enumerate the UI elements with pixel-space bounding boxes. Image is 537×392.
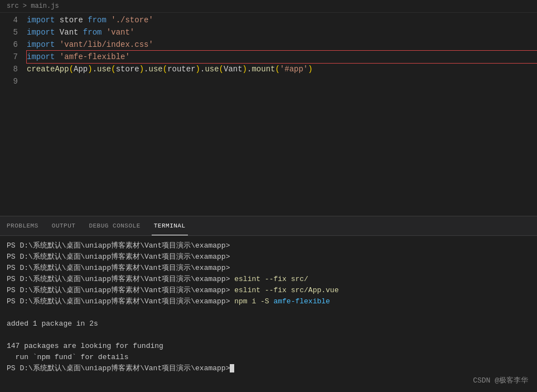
- dot: .: [144, 63, 148, 75]
- paren: (: [275, 63, 279, 75]
- paren: (: [219, 63, 224, 75]
- panel-tabs: PROBLEMS OUTPUT DEBUG CONSOLE TERMINAL: [0, 216, 537, 236]
- code-line-5: import Vant from 'vant': [27, 26, 537, 38]
- paren: ): [308, 63, 312, 75]
- string: 'vant': [107, 26, 134, 38]
- paren: (: [163, 63, 167, 75]
- paren: ): [139, 63, 144, 75]
- function: use: [97, 63, 111, 75]
- function: mount: [251, 63, 275, 75]
- terminal-line: PS D:\系统默认\桌面\uniapp博客素材\Vant项目演示\examap…: [7, 240, 530, 251]
- code-area: 4 5 6 7 8 9 import store from './store' …: [0, 13, 537, 216]
- paren: ): [243, 63, 247, 75]
- plain: [55, 51, 59, 63]
- function: use: [205, 63, 219, 75]
- line-number: 8: [0, 63, 18, 75]
- code-line-7: import 'amfe-flexible': [27, 51, 537, 63]
- string: 'vant/lib/index.css': [60, 38, 153, 51]
- plain: Vant: [224, 63, 243, 75]
- terminal-line: added 1 package in 2s: [7, 318, 530, 330]
- code-line-6: import 'vant/lib/index.css': [27, 38, 537, 51]
- code-line-8: createApp(App).use(store).use(router).us…: [27, 63, 537, 75]
- terminal[interactable]: PS D:\系统默认\桌面\uniapp博客素材\Vant项目演示\examap…: [0, 236, 537, 392]
- line-number: 6: [0, 38, 18, 51]
- code-content[interactable]: import store from './store' import Vant …: [22, 13, 537, 216]
- terminal-line: PS D:\系统默认\桌面\uniapp博客素材\Vant项目演示\examap…: [7, 263, 530, 274]
- code-line-9: [27, 75, 537, 88]
- keyword-from: from: [88, 14, 107, 26]
- dot: .: [247, 63, 251, 75]
- paren: ): [88, 63, 92, 75]
- keyword: import: [27, 38, 55, 51]
- function: use: [149, 63, 163, 75]
- terminal-line: PS D:\系统默认\桌面\uniapp博客素材\Vant项目演示\examap…: [7, 251, 530, 263]
- terminal-line: run `npm fund` for details: [7, 352, 530, 363]
- tab-output[interactable]: OUTPUT: [50, 216, 78, 235]
- terminal-line: [7, 330, 530, 341]
- paren: (: [69, 63, 74, 75]
- code-line-4: import store from './store': [27, 14, 537, 26]
- tab-terminal[interactable]: TERMINAL: [152, 216, 188, 235]
- breadcrumb: src > main.js: [0, 0, 537, 13]
- terminal-line: PS D:\系统默认\桌面\uniapp博客素材\Vant项目演示\examap…: [7, 285, 530, 296]
- terminal-line: PS D:\系统默认\桌面\uniapp博客素材\Vant项目演示\examap…: [7, 296, 530, 307]
- string: 'amfe-flexible': [60, 51, 130, 63]
- function: createApp: [27, 63, 69, 75]
- terminal-line: 147 packages are looking for funding: [7, 341, 530, 352]
- paren: (: [111, 63, 115, 75]
- tab-debug-console[interactable]: DEBUG CONSOLE: [86, 216, 142, 235]
- plain: [107, 14, 111, 26]
- line-number: 7: [0, 51, 18, 63]
- keyword: import: [27, 26, 55, 38]
- watermark: CSDN @极客李华: [473, 375, 528, 385]
- dot: .: [93, 63, 97, 75]
- keyword: import: [27, 14, 55, 26]
- plain: store: [116, 63, 139, 75]
- tab-problems[interactable]: PROBLEMS: [4, 216, 41, 235]
- terminal-prompt-line: PS D:\系统默认\桌面\uniapp博客素材\Vant项目演示\examap…: [7, 363, 530, 374]
- terminal-line: [7, 307, 530, 318]
- keyword: import: [27, 51, 55, 63]
- plain: App: [74, 63, 88, 75]
- plain: [101, 26, 106, 38]
- plain: store: [55, 14, 88, 26]
- line-number: 9: [0, 75, 18, 88]
- dot: .: [200, 63, 205, 75]
- plain: [55, 38, 59, 51]
- line-number: 4: [0, 14, 18, 26]
- plain: Vant: [55, 26, 83, 38]
- plain: router: [167, 63, 195, 75]
- paren: ): [196, 63, 200, 75]
- line-number: 5: [0, 26, 18, 38]
- string: '#app': [280, 63, 308, 75]
- breadcrumb-text: src > main.js: [7, 2, 59, 10]
- line-numbers: 4 5 6 7 8 9: [0, 13, 22, 216]
- code-editor: 4 5 6 7 8 9 import store from './store' …: [0, 13, 537, 216]
- terminal-line: PS D:\系统默认\桌面\uniapp博客素材\Vant项目演示\examap…: [7, 274, 530, 285]
- string: './store': [111, 14, 153, 26]
- keyword-from: from: [83, 26, 102, 38]
